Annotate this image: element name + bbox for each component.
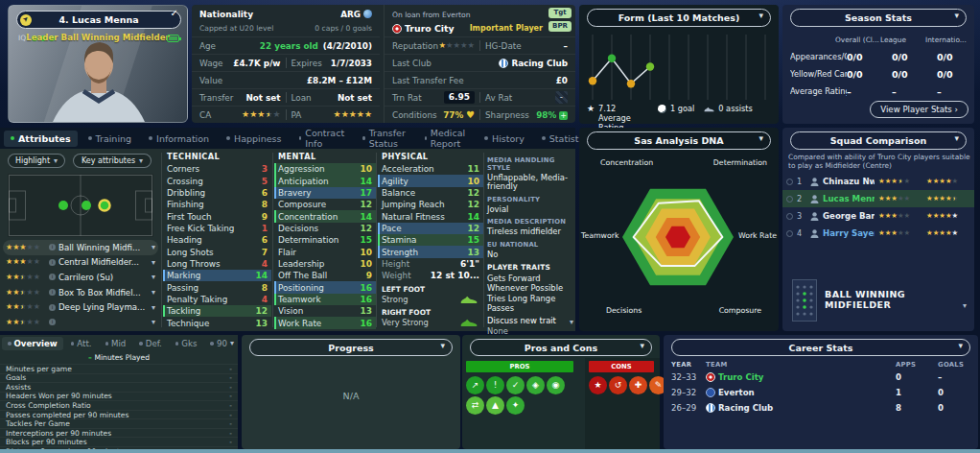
dna-header-dropdown[interactable]: Sas Analysis DNA ▾: [587, 131, 771, 150]
stat-row: Cross Completion Ratio -: [0, 400, 238, 410]
profile-tab[interactable]: Training: [82, 131, 139, 147]
squad-comparison-panel: Squad Comparison ▾ Compared with ability…: [782, 128, 974, 331]
view-player-stats-button[interactable]: View Player Stats ›: [870, 101, 968, 118]
age-label: Age: [199, 41, 216, 51]
pro-icon: ▲: [486, 396, 504, 415]
season-value: 0/0: [892, 52, 937, 62]
wage-row: Wage£4.7K p/w Expires1/7/2033: [192, 54, 380, 71]
attribute-name: Heading: [167, 235, 202, 245]
dna-axis-label: Concentration: [600, 158, 653, 167]
attribute-row: Long Throws 4: [163, 258, 271, 270]
key-attributes-dropdown[interactable]: Key attributes ▾: [73, 154, 152, 168]
season-title: Season Stats: [845, 12, 912, 23]
stats-tab[interactable]: Gks: [170, 337, 203, 350]
tab-dot-icon: [11, 136, 14, 140]
tab-dot-icon: [149, 136, 152, 140]
tab-dot-icon: [139, 342, 143, 346]
career-row[interactable]: 26–29 Racing Club 8 0: [664, 400, 978, 416]
chevron-down-icon: ▾: [440, 341, 445, 350]
club-link[interactable]: Truro City: [392, 23, 455, 34]
season-header-dropdown[interactable]: Season Stats ▾: [790, 9, 967, 27]
technical-column: TECHNICAL Corners 3 Crossing 5 Dribbling…: [163, 149, 271, 331]
stat-value: -: [229, 401, 232, 410]
attribute-name: Acceleration: [382, 164, 434, 174]
stats-tab[interactable]: Att.: [65, 337, 98, 350]
attribute-row: Acceleration 11: [378, 163, 483, 175]
attribute-row: Free Kick Taking 1: [163, 223, 271, 234]
role-row[interactable]: ★★★★★★ Box To Box Midfiel... ▾: [3, 285, 158, 300]
season-stat-row: Average Rating – – –: [790, 83, 980, 100]
profile-tab[interactable]: Information: [142, 131, 216, 147]
player-name-dropdown[interactable]: 4. Lucas Menna: [16, 11, 181, 29]
squad-player-row[interactable]: 4 Harry Sayers ★★★★★ ★★★★★: [782, 225, 974, 242]
stats-tab[interactable]: 90: [204, 337, 232, 350]
attribute-name: Tackling: [167, 306, 200, 316]
attribute-row: Aggression 10: [274, 163, 376, 175]
chevron-down-icon[interactable]: ▾: [230, 339, 234, 347]
mini-pitch-icon: [792, 279, 817, 322]
attribute-row: Long Shots 7: [163, 246, 271, 257]
value-label: Value: [199, 76, 222, 85]
squad-player-row[interactable]: 1 Chinazu Nwosu ★★★★★★ ★★★★★: [782, 173, 974, 190]
season-value: 0/0: [937, 69, 980, 80]
attribute-row: Crossing 5: [163, 175, 271, 186]
attribute-row: Dribbling 6: [163, 187, 271, 199]
progress-header-dropdown[interactable]: Progress ▾: [249, 339, 453, 356]
profile-tab[interactable]: Happiness: [220, 131, 288, 147]
media-desc-value: Tireless midfielder: [487, 227, 573, 237]
attribute-name: Penalty Taking: [167, 295, 227, 304]
attribute-row: Strength 13: [378, 246, 483, 257]
career-row[interactable]: 29–32 Everton 1 0: [664, 385, 978, 400]
career-header-dropdown[interactable]: Career Stats ▾: [671, 339, 970, 356]
column-divider: [376, 153, 377, 327]
pros-cons-title: Pros and Cons: [525, 343, 597, 353]
profile-tab[interactable]: History: [478, 131, 531, 147]
profile-tab[interactable]: Transfer Status: [356, 125, 413, 152]
stats-tab[interactable]: Overview: [2, 337, 63, 350]
career-row[interactable]: 32–33 Truro City 0 –: [664, 370, 978, 385]
last-club-link[interactable]: Racing Club: [499, 59, 568, 68]
stat-row: Goals -: [0, 373, 238, 383]
attribute-value: 14: [360, 177, 372, 186]
form-header-dropdown[interactable]: Form (Last 10 Matches) ▾: [587, 9, 771, 27]
info-icon: [49, 259, 56, 266]
info-icon: [49, 274, 56, 280]
profile-tab[interactable]: Attributes: [4, 131, 78, 147]
attribute-value: 9: [366, 271, 372, 280]
role-name: Central Midfielder...: [58, 257, 149, 267]
attribute-value: 14: [360, 212, 372, 222]
sharpness-value: 98%: [536, 110, 556, 120]
chevron-down-icon: ▾: [139, 156, 143, 165]
highlight-dropdown[interactable]: Highlight ▾: [8, 154, 65, 168]
profile-tab[interactable]: Medical Report: [418, 125, 474, 152]
stats-tab[interactable]: Mid: [100, 337, 132, 350]
body-label: Weight: [382, 271, 411, 280]
pros-cons-header-dropdown[interactable]: Pros and Cons ▾: [470, 339, 652, 356]
stats-tab[interactable]: Def.: [133, 337, 168, 350]
career-col-apps: APPS: [896, 361, 938, 369]
squad-header-dropdown[interactable]: Squad Comparison ▾: [790, 131, 967, 150]
career-title: Career Stats: [789, 343, 853, 353]
selected-role-dropdown[interactable]: BALL WINNING MIDFIELDER: [825, 289, 974, 310]
profile-tab[interactable]: Contract Info: [292, 125, 353, 152]
stat-row: Headers Won per 90 minutes -: [0, 392, 238, 401]
role-stars: ★★★★★★: [6, 274, 46, 281]
season-row-label: Average Rating: [790, 86, 847, 96]
role-row[interactable]: ★★★★★★ Deep Lying Playma... ▾: [3, 299, 158, 315]
per90-stats-panel: Overview Att. Mid Def. Gks 90 ▾ M: [0, 335, 238, 449]
tab-label: Gks: [181, 339, 197, 348]
mental-list: Aggression 10 Anticipation 14 Bravery 17…: [274, 163, 376, 329]
attribute-row: Finishing 8: [163, 199, 271, 210]
discuss-new-trait-dropdown[interactable]: Discuss new trait ▾: [487, 317, 573, 326]
career-team: Truro City: [706, 372, 896, 382]
career-goals: –: [938, 372, 970, 382]
squad-player-row[interactable]: 2 Lucas Menna ★★★★★ ★★★★★★: [782, 190, 974, 207]
squad-player-row[interactable]: 3 George Bartley ★★★★★ ★★★★★: [782, 207, 974, 225]
role-row[interactable]: ★★★★★ Central Midfielder... ▾: [3, 255, 158, 271]
check-icon: [171, 8, 178, 18]
attribute-value: 10: [467, 177, 479, 186]
role-row[interactable]: ★★★★★★ Carrilero (Su) ▾: [3, 270, 158, 285]
role-row[interactable]: ★★★★★ Ball Winning Midfi... ▾: [3, 240, 158, 255]
attribute-row: Technique 13: [163, 317, 271, 328]
role-row[interactable]: ★★★★★★ ▾: [3, 315, 158, 330]
